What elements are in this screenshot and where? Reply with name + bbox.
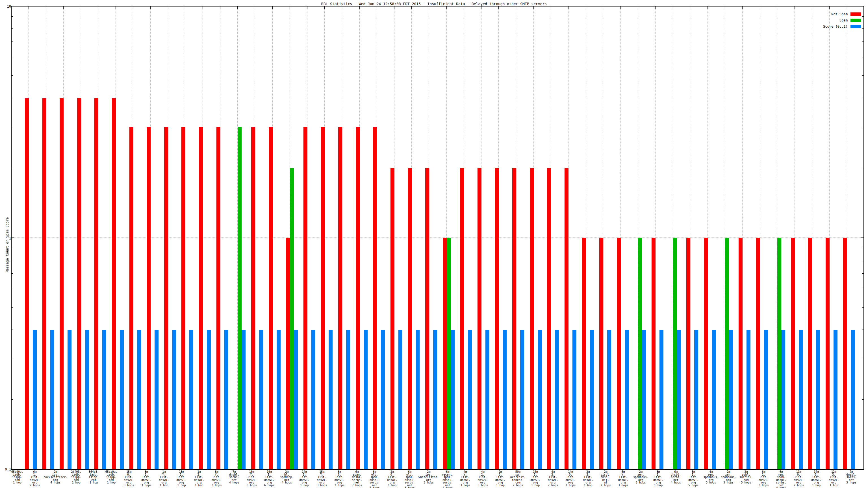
score-bar <box>137 330 141 469</box>
x-axis-label: 15@ Y. list. dnswl. org 3 hops <box>313 470 331 488</box>
x-axis-label: 50@ sa-accredit. habeas. com 2 hops <box>509 470 527 488</box>
score-bar <box>694 330 698 469</box>
bar-column <box>769 6 786 469</box>
y-tick-mark <box>862 98 864 98</box>
bar-column <box>421 6 438 469</box>
score-bar <box>520 330 524 469</box>
score-bar <box>799 330 803 469</box>
bar-column <box>177 6 194 469</box>
x-axis-label: 14@ 0. list. dnswl. org 2 hops <box>562 470 579 488</box>
not-spam-bar <box>617 238 621 469</box>
legend: Not Spam Spam Score (0..1) <box>823 11 861 30</box>
bar-column <box>299 6 316 469</box>
legend-row-score: Score (0..1) <box>823 24 861 30</box>
spam-bar <box>777 238 781 469</box>
x-axis-label: 10@ 3. list. dnswl. org 1 hop <box>527 470 544 488</box>
spam-bar <box>638 238 642 469</box>
y-tick-mark <box>11 41 13 42</box>
score-bar <box>155 330 158 469</box>
y-tick-mark <box>862 307 864 307</box>
score-bar <box>381 330 385 469</box>
not-spam-bar <box>704 238 708 469</box>
y-tick-mark <box>862 260 864 260</box>
not-spam-bar <box>564 168 568 469</box>
x-axis-label: 10@ 1. list. dnswl. org 6 hops <box>260 470 278 488</box>
score-bar <box>85 330 89 469</box>
bar-column <box>403 6 421 469</box>
y-tick-mark <box>862 359 864 359</box>
x-axis-label: 6@ old. spam. dnsbl. sorbs. net 7 hops <box>366 470 383 488</box>
bar-column <box>455 6 473 469</box>
not-spam-bar <box>199 127 203 469</box>
x-axis-label: 2@ ips. whitelisted. org 5 hops <box>418 470 439 488</box>
x-axis-label: 2@ 0. list. dnswl. org 1 hop <box>383 470 401 488</box>
not-spam-bar <box>112 98 116 469</box>
x-axis-label: 10@ Y. list. dnswl. org 6 hops <box>243 470 260 488</box>
bar-column <box>386 6 403 469</box>
bar-column <box>246 6 264 469</box>
bar-column <box>577 6 595 469</box>
not-spam-bar <box>547 168 551 469</box>
y-axis-label: Message Count or Spam Score <box>5 208 9 282</box>
bar-column <box>333 6 351 469</box>
chart-title: RBL Statistics - Wed Jun 24 12:58:08 EDT… <box>0 2 868 6</box>
x-axis-label: 2@ virbl. dnsbl. bit. nl 2 hops <box>597 470 614 488</box>
x-axis-label: 7@ dnsbl. sorbs. net 4 hops <box>225 470 243 488</box>
y-tick-mark <box>862 273 864 274</box>
not-spam-bar <box>373 127 377 469</box>
not-spam-bar <box>304 127 307 469</box>
not-spam-bar <box>512 168 516 469</box>
x-axis-label: 6@ new. spam. dnsbl. sorbs. net 4 hops <box>773 470 790 488</box>
score-bar <box>781 330 785 469</box>
not-spam-bar <box>495 168 499 469</box>
score-bar <box>242 330 246 469</box>
score-bar <box>816 330 820 469</box>
score-bar <box>398 330 402 469</box>
bar-column <box>507 6 525 469</box>
y-tick-mark <box>862 75 864 76</box>
score-bar <box>590 330 594 469</box>
not-spam-bar <box>582 238 586 469</box>
not-spam-bar <box>739 238 743 469</box>
x-axis-label: 9@ 0. list. dnswl. org 1 hop <box>492 470 509 488</box>
score-bar <box>415 330 420 469</box>
score-bar <box>346 330 350 469</box>
y-tick-mark <box>11 248 13 248</box>
x-axis-label: 6@ Y. list. dnswl. org 3 hops <box>615 470 632 488</box>
legend-label-not-spam: Not Spam <box>831 12 848 16</box>
score-bar <box>746 330 750 469</box>
not-spam-bar <box>686 238 690 469</box>
bar-column <box>647 6 664 469</box>
score-bar <box>659 330 663 469</box>
not-spam-bar <box>843 238 847 469</box>
plot-area: 10 1 0.1 Not Spam Spam Score (0..1) <box>11 6 864 469</box>
y-tick-mark <box>11 273 13 274</box>
not-spam-bar <box>391 168 395 469</box>
score-bar <box>486 330 489 469</box>
bar-column <box>490 6 507 469</box>
bar-column <box>229 6 246 469</box>
x-axis-label: 3@ 1. list. dnswl. org 5 hops <box>685 470 702 488</box>
score-bar <box>451 330 455 469</box>
bar-column <box>159 6 177 469</box>
x-axis-label: 4@ 2. list. dnswl. org 3 hops <box>474 470 492 488</box>
bar-column <box>525 6 542 469</box>
y-tick-mark <box>11 237 14 238</box>
not-spam-bar <box>530 168 534 469</box>
not-spam-bar <box>25 98 29 469</box>
bar-column <box>20 6 38 469</box>
spam-bar <box>447 238 451 469</box>
score-bar <box>329 330 333 469</box>
legend-label-score: Score (0..1) <box>823 25 848 29</box>
x-axis-label: 6@ dnsbl. sorbs. net 4 hops <box>667 470 685 488</box>
x-axis-label: 14@ 3. list. dnswl. org 1 hop <box>296 470 313 488</box>
score-bar <box>607 330 611 469</box>
score-bar <box>729 330 733 469</box>
not-spam-bar <box>321 127 324 469</box>
not-spam-bar <box>147 127 151 469</box>
spam-bar <box>290 168 294 469</box>
bar-column <box>142 6 159 469</box>
not-spam-bar <box>94 98 98 469</box>
bar-column <box>368 6 386 469</box>
bar-column <box>316 6 333 469</box>
